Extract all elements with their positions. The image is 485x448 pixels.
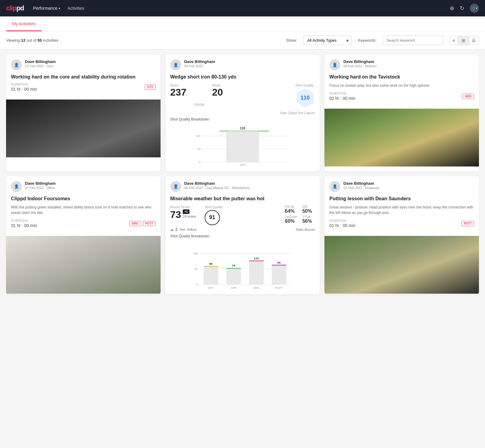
chart-container: 0 50 100 110 APP — [170, 124, 315, 166]
shot-quality-label: Shot Quality — [295, 83, 314, 87]
activity-date: 11 Feb 2022 · Gym — [25, 64, 56, 68]
card-body: 👤 Dave Billingham 02 Feb 2022 · Kingsway… — [324, 176, 479, 236]
user-name: Dave Billingham — [184, 181, 250, 186]
view-grid-button[interactable]: ⊞ — [459, 36, 468, 45]
avatar: 👤 — [11, 181, 22, 192]
card-header: 👤 Dave Billingham 06 Feb 2022 · Gog Mago… — [170, 181, 315, 192]
svg-text:100: 100 — [196, 134, 201, 138]
keywords-label: Keywords: — [358, 38, 376, 43]
duration-value: 01 hr : 00 min — [329, 223, 355, 228]
nav-performance[interactable]: Performance ▾ — [33, 6, 60, 11]
view-compact-button[interactable]: ☰ — [469, 36, 479, 45]
refresh-icon[interactable]: ↻ — [460, 5, 464, 12]
from-label: FROM — [192, 103, 206, 107]
tag-putt: PUTT — [461, 221, 474, 226]
view-list-button[interactable]: ≡ — [449, 36, 458, 45]
duration-row: Duration 01 hr : 00 min ARG PUTT — [11, 219, 156, 228]
nav-right: ⊕ ↻ 👤 ▾ — [450, 4, 479, 13]
shots-value: 20 — [212, 87, 223, 98]
chart-container: 0 50 100 88 OTT — [170, 241, 315, 289]
chart-section: Shot Quality Breakdown 0 50 100 — [170, 234, 315, 289]
svg-text:50: 50 — [195, 267, 198, 271]
card-body: 👤 Dave Billingham 09 Feb 2022 Wedge shor… — [165, 54, 320, 171]
chart-title: Shot Quality Breakdown — [170, 234, 315, 238]
user-avatar[interactable]: 👤 ▾ — [470, 4, 479, 13]
activity-card-lesson: 👤 Dave Billingham 02 Feb 2022 · Kingsway… — [324, 176, 479, 294]
user-name: Dave Billingham — [25, 59, 56, 64]
svg-rect-24 — [249, 261, 264, 285]
duration-label: Duration — [329, 219, 355, 222]
card-header: 👤 Dave Billingham 09 Feb 2022 — [170, 59, 315, 70]
shot-quality-hex: 110 — [295, 88, 315, 108]
one-putt-label: 1 Putt — [302, 215, 315, 219]
brand-logo[interactable]: clippd — [6, 4, 24, 12]
activity-card-tavistock: 👤 Dave Billingham 08 Feb 2022 · Woburn W… — [324, 54, 479, 171]
duration-label: Duration — [11, 219, 37, 222]
fw-hit-label: FW Hit — [285, 205, 297, 208]
activity-date: 02 Feb 2022 · Kingsway — [343, 186, 379, 190]
duration-row: Duration 01 hr : 00 min PUTT — [329, 219, 474, 228]
svg-text:114: 114 — [254, 256, 259, 260]
svg-text:APP: APP — [230, 286, 236, 289]
svg-text:50: 50 — [197, 147, 201, 151]
activity-card-indoor: 👤 Dave Billingham 07 Feb 2022 · Office C… — [6, 176, 161, 294]
avatar: 👤 — [329, 181, 340, 192]
duration-label: Duration — [11, 83, 37, 86]
activity-title: Wedge short iron 80-130 yds — [170, 74, 315, 80]
user-name: Dave Billingham — [25, 181, 56, 186]
activities-grid: 👤 Dave Billingham 11 Feb 2022 · Gym Work… — [0, 50, 485, 299]
up-down-label: Up/Down — [285, 215, 297, 219]
activity-title: Working hard on the core and stability d… — [11, 74, 156, 80]
nav-activities[interactable]: Activities — [68, 6, 84, 11]
card-header: 👤 Dave Billingham 07 Feb 2022 · Office — [11, 181, 156, 192]
avatar: 👤 — [170, 181, 181, 192]
tab-my-activities[interactable]: My Activities — [6, 16, 42, 31]
data-source: Data: Clippd Test Capture — [170, 111, 315, 115]
shots-label: Shots — [212, 83, 223, 87]
svg-text:APP: APP — [240, 163, 245, 166]
round-score-value: 73 — [170, 210, 181, 219]
tag-putt: PUTT — [143, 221, 156, 226]
round-score-label: Round Score — [170, 205, 196, 209]
svg-text:94: 94 — [277, 261, 281, 264]
activity-date: 08 Feb 2022 · Woburn — [343, 64, 376, 68]
activity-card-wedge: 👤 Dave Billingham 09 Feb 2022 Wedge shor… — [165, 54, 320, 171]
svg-rect-16 — [203, 266, 218, 285]
duration-label: Duration — [329, 92, 355, 95]
svg-text:0: 0 — [196, 283, 198, 286]
top-nav: clippd Performance ▾ Activities ⊕ ↻ 👤 ▾ — [0, 0, 485, 16]
round-chart-svg: 0 50 100 88 OTT — [170, 241, 315, 289]
activity-type-select[interactable]: All Activity Types — [303, 36, 352, 45]
activity-tags: PUTT — [461, 221, 474, 226]
tag-arg: ARG — [129, 221, 141, 226]
score-block: Score 237 — [170, 83, 186, 108]
duration-value: 01 hr : 00 min — [11, 223, 37, 228]
activity-date: 09 Feb 2022 — [184, 64, 215, 68]
viewing-count-text: Viewing 12 out of 55 Activities — [6, 38, 280, 43]
keyword-search-input[interactable] — [383, 36, 443, 45]
svg-rect-7 — [226, 131, 259, 162]
nav-links: Performance ▾ Activities — [33, 6, 84, 11]
svg-text:78: 78 — [232, 264, 235, 267]
svg-text:OTT: OTT — [208, 286, 213, 289]
one-putt-value: 56% — [302, 219, 315, 224]
card-body: 👤 Dave Billingham 07 Feb 2022 · Office C… — [6, 176, 161, 236]
user-name: Dave Billingham — [184, 59, 215, 64]
svg-text:100: 100 — [193, 251, 198, 255]
chart-title: Shot Quality Breakdown — [170, 117, 315, 121]
activity-title: Putting lesson with Dean Saunders — [329, 196, 474, 202]
activity-desc: Focus on bunker play, but also some work… — [329, 83, 474, 88]
add-icon[interactable]: ⊕ — [450, 5, 454, 12]
activity-type-select-wrapper: All Activity Types — [303, 36, 352, 45]
shots-block: Shots 20 — [212, 83, 223, 108]
activity-title: Miserable weather but the putter was hot — [170, 196, 315, 202]
activity-card-round: 👤 Dave Billingham 06 Feb 2022 · Gog Mago… — [165, 176, 320, 294]
card-header: 👤 Dave Billingham 02 Feb 2022 · Kingsway — [329, 181, 474, 192]
stats-row: Score 237 FROM Shots 20 Shot Quality 110 — [170, 83, 315, 108]
shot-quality-circle: 91 — [205, 210, 220, 225]
card-body: 👤 Dave Billingham 11 Feb 2022 · Gym Work… — [6, 54, 161, 100]
view-toggle: ≡ ⊞ ☰ — [449, 36, 479, 45]
duration-value: 02 hr : 00 min — [329, 96, 355, 101]
activity-desc: With the putting green installed, mixed … — [11, 205, 156, 215]
data-source: Data: Arccos — [296, 228, 315, 231]
